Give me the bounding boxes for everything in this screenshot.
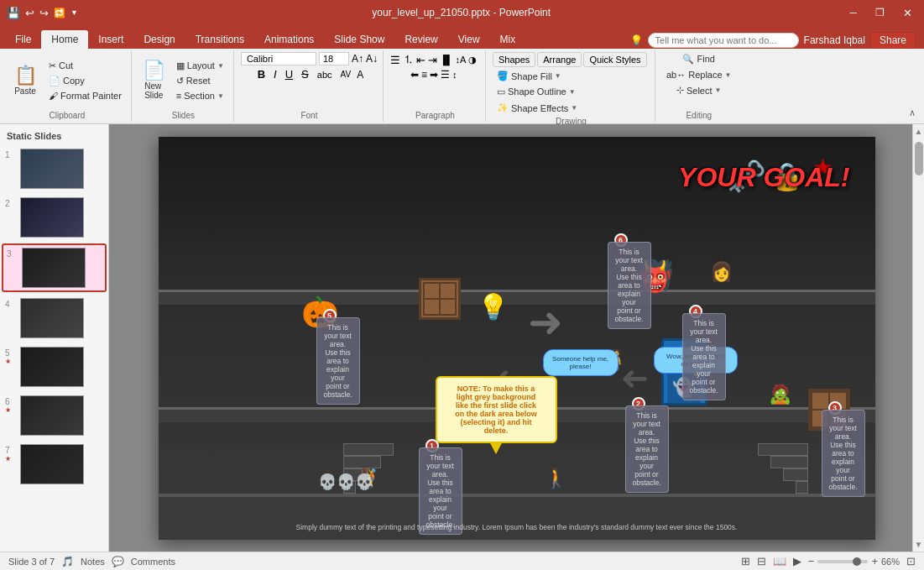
numbering-btn[interactable]: ⒈ (403, 52, 414, 67)
bold-button[interactable]: B (255, 67, 268, 81)
slide-thumb-4[interactable]: 4 (2, 295, 107, 341)
slide-thumb-3[interactable]: 3 (2, 243, 107, 292)
decrease-indent-btn[interactable]: ⇤ (416, 54, 425, 66)
callout-box-1: This is your text area. Use this area to… (419, 447, 462, 535)
fit-slide-btn[interactable]: ⊡ (906, 555, 916, 567)
ribbon-collapse-btn[interactable]: ∧ (904, 106, 921, 120)
select-button[interactable]: ⊹ Select ▼ (672, 83, 726, 97)
notes-button[interactable]: Notes (81, 557, 105, 567)
slide-thumb-2[interactable]: 2 (2, 195, 107, 240)
share-button[interactable]: Share (870, 32, 916, 49)
restore-btn[interactable]: ❐ (870, 5, 890, 21)
reset-button[interactable]: ↺ Reset (172, 74, 228, 88)
slide-thumbnail-6 (20, 395, 84, 436)
char-spacing-btn[interactable]: AV (338, 69, 354, 80)
dropdown-icon[interactable]: ▼ (70, 8, 78, 17)
tab-mix[interactable]: Mix (490, 30, 526, 49)
ribbon-group-drawing: Shapes Arrange Quick Styles 🪣 Shape Fill… (488, 50, 655, 122)
tell-me-input[interactable] (648, 33, 799, 48)
shadow-button[interactable]: abc (315, 69, 335, 81)
slide-canvas[interactable]: 💡 🎃 ➜ 🗝️ 🔒 ★ YOUR GOAL! (159, 137, 875, 540)
shape-fill-button[interactable]: 🪣 Shape Fill ▼ (493, 69, 647, 83)
tab-home[interactable]: Home (41, 30, 88, 49)
quick-styles-button[interactable]: Quick Styles (583, 52, 646, 67)
below-ribbon: Static Slides 1 2 3 (0, 124, 924, 570)
tab-slideshow[interactable]: Slide Show (324, 30, 394, 49)
shapes-button[interactable]: Shapes (493, 52, 535, 67)
align-center-btn[interactable]: ≡ (421, 69, 427, 81)
tab-insert[interactable]: Insert (88, 30, 133, 49)
minimize-btn[interactable]: ─ (844, 5, 862, 21)
save-icon[interactable]: 💾 (7, 7, 20, 19)
repeat-icon[interactable]: 🔁 (54, 8, 65, 18)
zoom-slider[interactable] (817, 560, 868, 563)
format-painter-button[interactable]: 🖌 Format Painter (44, 89, 126, 102)
font-family-selector[interactable]: Calibri (241, 52, 316, 65)
columns-btn[interactable]: ▐▌ (440, 55, 453, 65)
justify-btn[interactable]: ☰ (441, 69, 450, 81)
slide-num-6: 6 (5, 397, 17, 406)
tab-file[interactable]: File (5, 30, 41, 49)
undo-icon[interactable]: ↩ (25, 7, 34, 19)
slide-thumb-7[interactable]: 7 ★ (2, 442, 107, 487)
scroll-thumb[interactable] (915, 142, 923, 175)
editing-label: Editing (662, 109, 736, 120)
tab-design[interactable]: Design (133, 30, 185, 49)
arrange-button[interactable]: Arrange (537, 52, 582, 67)
zoom-out-btn[interactable]: − (808, 555, 815, 567)
redo-icon[interactable]: ↪ (39, 7, 49, 19)
slide-thumb-1[interactable]: 1 (2, 146, 107, 191)
line-spacing-btn[interactable]: ↕ (452, 70, 457, 80)
tab-view[interactable]: View (448, 30, 490, 49)
shape-outline-button[interactable]: ▭ Shape Outline ▼ (493, 85, 647, 99)
comments-button[interactable]: Comments (131, 557, 175, 567)
slide-num-5: 5 (5, 348, 17, 358)
tab-review[interactable]: Review (394, 30, 447, 49)
content-area: Static Slides 1 2 3 (0, 124, 924, 552)
italic-button[interactable]: I (271, 67, 279, 81)
zoom-in-btn[interactable]: + (871, 555, 878, 567)
bullets-btn[interactable]: ☰ (390, 54, 400, 66)
skulls: 💀💀💀 (318, 473, 373, 491)
font-size-increase-btn[interactable]: A↑ (352, 53, 363, 65)
paste-button[interactable]: 📋 Paste (8, 64, 42, 98)
scroll-down-btn[interactable]: ▼ (912, 537, 924, 552)
align-right-btn[interactable]: ➡ (430, 69, 438, 81)
increase-indent-btn[interactable]: ⇥ (428, 54, 437, 66)
scroll-up-btn[interactable]: ▲ (912, 124, 924, 139)
speech-bubble-2: Someone help me, please! (543, 349, 619, 376)
font-color-btn[interactable]: A (357, 69, 363, 81)
char-bottom-center: 🚶 (545, 468, 567, 489)
vertical-scrollbar[interactable]: ▲ ▼ (912, 124, 924, 552)
normal-view-btn[interactable]: ⊞ (741, 555, 750, 567)
title-bar: 💾 ↩ ↪ 🔁 ▼ your_level_up_21050.pptx - Pow… (0, 0, 924, 25)
slideshow-btn[interactable]: ▶ (793, 555, 801, 567)
align-left-btn[interactable]: ⬅ (410, 69, 419, 81)
slide-sorter-btn[interactable]: ⊟ (757, 555, 766, 567)
window-title: your_level_up_21050.pptx - PowerPoint (78, 7, 845, 18)
shape-effects-button[interactable]: ✨ Shape Effects ▼ (493, 101, 647, 115)
font-size-decrease-btn[interactable]: A↓ (366, 53, 378, 65)
convert-smartart-btn[interactable]: ◑ (468, 55, 477, 65)
font-size-selector[interactable]: 18 (319, 52, 349, 65)
slide-thumb-5[interactable]: 5 ★ (2, 344, 107, 390)
section-button[interactable]: ≡ Section ▼ (172, 89, 228, 102)
callout-box-2: This is your text area. Use this area to… (625, 405, 669, 493)
layout-button[interactable]: ▦ Layout ▼ (172, 59, 228, 73)
slide-thumb-6[interactable]: 6 ★ (2, 393, 107, 438)
tab-animations[interactable]: Animations (254, 30, 324, 49)
strikethrough-button[interactable]: S (299, 67, 311, 81)
close-btn[interactable]: ✕ (898, 5, 917, 21)
find-button[interactable]: 🔍 Find (678, 52, 718, 66)
slide-canvas-area: ▲ ▼ (109, 124, 924, 552)
new-slide-button[interactable]: 📄 NewSlide (138, 59, 170, 102)
underline-button[interactable]: U (283, 67, 295, 81)
cut-button[interactable]: ✂ Cut (44, 59, 126, 73)
tab-transitions[interactable]: Transitions (185, 30, 254, 49)
bottom-text: Simply dummy text of the printing and ty… (230, 523, 803, 531)
text-direction-btn[interactable]: ↕A (456, 55, 467, 65)
replace-button[interactable]: ab↔ Replace ▼ (662, 68, 736, 81)
zoom-slider-thumb[interactable] (853, 557, 861, 566)
reading-view-btn[interactable]: 📖 (773, 555, 786, 567)
copy-button[interactable]: 📄 Copy (44, 74, 126, 88)
